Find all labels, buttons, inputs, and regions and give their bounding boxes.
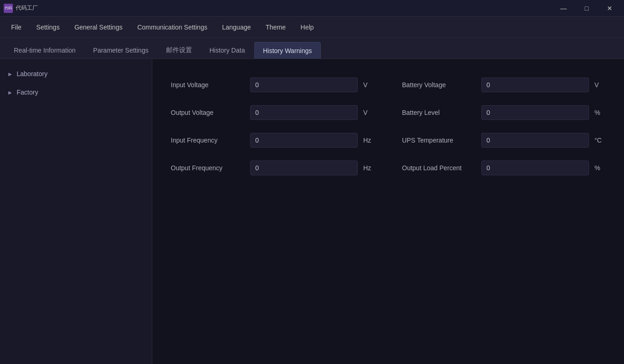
unit-input-frequency: Hz (363, 137, 374, 144)
menu-help[interactable]: Help (293, 17, 321, 37)
unit-output-frequency: Hz (363, 164, 374, 172)
app-icon: 代码 (4, 4, 13, 13)
left-fields: Input Voltage V Output Voltage V Input F… (171, 78, 374, 175)
unit-battery-voltage: V (594, 81, 606, 89)
tab-history-warnings[interactable]: History Warnings (254, 42, 321, 59)
input-input-frequency[interactable] (250, 133, 358, 148)
main-content: ▶ Laboratory ▶ Factory Input Voltage V O… (0, 59, 624, 364)
field-output-load-percent: Output Load Percent % (402, 161, 606, 175)
close-button[interactable]: ✕ (599, 0, 620, 17)
app-title: 代码工厂 (16, 4, 38, 12)
maximize-button[interactable]: □ (576, 0, 597, 17)
field-input-frequency: Input Frequency Hz (171, 133, 374, 148)
tab-realtime[interactable]: Real-time Information (6, 42, 84, 59)
unit-input-voltage: V (363, 81, 374, 89)
field-battery-level: Battery Level % (402, 105, 606, 120)
unit-ups-temperature: °C (594, 137, 606, 144)
field-output-frequency: Output Frequency Hz (171, 161, 374, 175)
field-ups-temperature: UPS Temperature °C (402, 133, 606, 148)
menu-general-settings[interactable]: General Settings (67, 17, 130, 37)
label-output-voltage: Output Voltage (171, 109, 245, 116)
menu-file[interactable]: File (4, 17, 29, 37)
menu-communication-settings[interactable]: Communication Settings (130, 17, 215, 37)
input-output-frequency[interactable] (250, 161, 358, 175)
fields-grid: Input Voltage V Output Voltage V Input F… (171, 78, 606, 175)
input-battery-level[interactable] (481, 105, 589, 120)
unit-output-voltage: V (363, 109, 374, 116)
label-battery-level: Battery Level (402, 109, 476, 116)
input-output-load-percent[interactable] (481, 161, 589, 175)
minimize-button[interactable]: — (553, 0, 574, 17)
tab-history-data[interactable]: History Data (201, 42, 253, 59)
chevron-right-icon: ▶ (8, 72, 12, 77)
right-fields: Battery Voltage V Battery Level % UPS Te… (402, 78, 606, 175)
label-output-frequency: Output Frequency (171, 164, 245, 172)
sidebar-label-laboratory: Laboratory (17, 70, 48, 78)
titlebar: 代码 代码工厂 — □ ✕ (0, 0, 624, 17)
label-battery-voltage: Battery Voltage (402, 81, 476, 89)
unit-output-load-percent: % (594, 164, 606, 172)
input-output-voltage[interactable] (250, 105, 358, 120)
chevron-right-icon-2: ▶ (8, 90, 12, 95)
window-controls: — □ ✕ (553, 0, 620, 16)
tabbar: Real-time Information Parameter Settings… (0, 38, 624, 59)
field-battery-voltage: Battery Voltage V (402, 78, 606, 92)
sidebar-label-factory: Factory (17, 89, 38, 96)
sidebar-item-laboratory[interactable]: ▶ Laboratory (0, 65, 152, 83)
menu-theme[interactable]: Theme (258, 17, 294, 37)
tab-email[interactable]: 邮件设置 (158, 42, 200, 59)
menu-language[interactable]: Language (215, 17, 258, 37)
menubar: File Settings General Settings Communica… (0, 17, 624, 38)
unit-battery-level: % (594, 109, 606, 116)
sidebar: ▶ Laboratory ▶ Factory (0, 59, 152, 364)
content-panel: Input Voltage V Output Voltage V Input F… (152, 59, 624, 364)
input-ups-temperature[interactable] (481, 133, 589, 148)
label-ups-temperature: UPS Temperature (402, 137, 476, 144)
input-battery-voltage[interactable] (481, 78, 589, 92)
label-input-voltage: Input Voltage (171, 81, 245, 89)
input-input-voltage[interactable] (250, 78, 358, 92)
label-output-load-percent: Output Load Percent (402, 164, 476, 172)
menu-settings[interactable]: Settings (29, 17, 67, 37)
sidebar-item-factory[interactable]: ▶ Factory (0, 83, 152, 101)
tab-parameter[interactable]: Parameter Settings (85, 42, 157, 59)
field-input-voltage: Input Voltage V (171, 78, 374, 92)
field-output-voltage: Output Voltage V (171, 105, 374, 120)
label-input-frequency: Input Frequency (171, 137, 245, 144)
